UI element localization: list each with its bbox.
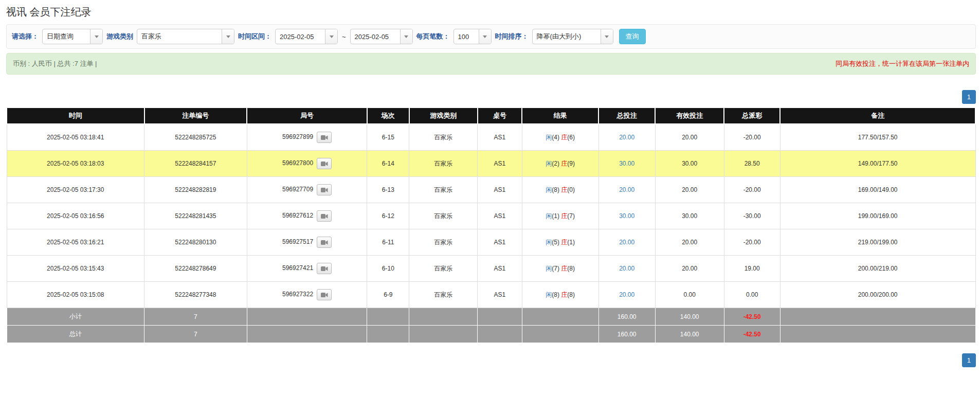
total-bet-link[interactable]: 20.00 (619, 265, 634, 272)
total-row: 总计 7 160.00 140.00 -42.50 (7, 326, 975, 343)
date-to-select[interactable]: 2025-02-05 (350, 29, 413, 44)
video-replay-icon (321, 292, 328, 298)
cell-payout: -20.00 (724, 124, 780, 151)
result-banker-score: (7) (567, 212, 575, 220)
cell-table-no: AS1 (478, 229, 522, 256)
total-bet-link[interactable]: 30.00 (619, 160, 634, 167)
result-banker-score: (9) (567, 160, 575, 167)
sort-select[interactable]: 降幂(由大到小) (532, 29, 613, 44)
filter-bar: 请选择： 日期查询 游戏类别 百家乐 时间区间： 2025-02-05 ~ 20… (6, 24, 976, 49)
result-banker-score: (6) (567, 134, 575, 141)
cell-round-id: 596927800 (247, 151, 367, 177)
total-bet-link[interactable]: 30.00 (619, 212, 634, 220)
header-round-id: 局号 (247, 107, 367, 124)
page-1-button[interactable]: 1 (962, 90, 976, 104)
table-row: 2025-02-05 03:17:30 522248282819 5969277… (7, 177, 975, 203)
cell-valid-bet: 20.00 (655, 177, 724, 203)
header-bet-id: 注单编号 (144, 107, 247, 124)
header-valid-bet: 有效投注 (655, 107, 724, 124)
result-player: 闲 (546, 186, 552, 193)
query-type-select[interactable]: 日期查询 (42, 29, 103, 44)
cell-time: 2025-02-05 03:15:08 (7, 282, 144, 308)
search-button[interactable]: 查询 (619, 29, 646, 44)
cell-table-no: AS1 (478, 282, 522, 308)
total-valid-bet: 140.00 (655, 326, 724, 343)
query-type-label: 请选择： (12, 32, 39, 41)
summary-note: 同局有效投注，统一计算在该局第一张注单内 (836, 59, 969, 68)
cell-time: 2025-02-05 03:16:56 (7, 203, 144, 229)
replay-button[interactable] (317, 263, 332, 274)
cell-time: 2025-02-05 03:18:41 (7, 124, 144, 151)
result-banker-score: (0) (567, 186, 575, 193)
total-bet-link[interactable]: 20.00 (619, 291, 634, 298)
cell-valid-bet: 20.00 (655, 124, 724, 151)
replay-button[interactable] (317, 184, 332, 195)
summary-bar: 币别 : 人民币 | 总共 :7 注单 | 同局有效投注，统一计算在该局第一张注… (6, 53, 976, 75)
total-payout: -42.50 (724, 326, 780, 343)
cell-total-bet: 20.00 (598, 282, 655, 308)
cell-valid-bet: 0.00 (655, 282, 724, 308)
cell-time: 2025-02-05 03:17:30 (7, 177, 144, 203)
total-bet-link[interactable]: 20.00 (619, 186, 634, 193)
replay-button[interactable] (317, 289, 332, 300)
cell-table-no: AS1 (478, 124, 522, 151)
subtotal-row: 小计 7 160.00 140.00 -42.50 (7, 308, 975, 326)
cell-result: 闲(5) 庄(1) (522, 229, 598, 256)
result-player: 闲 (546, 265, 552, 272)
cell-bet-id: 522248277348 (144, 282, 247, 308)
cell-session: 6-11 (367, 229, 409, 256)
game-type-select[interactable]: 百家乐 (137, 29, 234, 44)
round-id: 596927899 (282, 133, 313, 140)
page-1-button[interactable]: 1 (962, 353, 976, 367)
result-banker: 庄 (561, 265, 567, 272)
cell-result: 闲(1) 庄(7) (522, 203, 598, 229)
video-replay-icon (321, 135, 328, 140)
sort-value: 降幂(由大到小) (533, 32, 601, 41)
result-player: 闲 (546, 134, 552, 141)
video-replay-icon (321, 187, 328, 193)
pagination-top: 1 (6, 90, 976, 104)
cell-session: 6-9 (367, 282, 409, 308)
table-row: 2025-02-05 03:18:03 522248284157 5969278… (7, 151, 975, 177)
cell-time: 2025-02-05 03:18:03 (7, 151, 144, 177)
replay-button[interactable] (317, 158, 332, 169)
date-from-value: 2025-02-05 (276, 33, 325, 41)
round-id: 596927709 (282, 186, 313, 193)
total-bet-link[interactable]: 20.00 (619, 134, 634, 141)
chevron-down-icon (601, 29, 613, 44)
header-total-bet: 总投注 (598, 107, 655, 124)
query-type-value: 日期查询 (43, 32, 90, 41)
cell-game: 百家乐 (409, 151, 478, 177)
pagination-bottom: 1 (6, 353, 976, 367)
date-from-select[interactable]: 2025-02-05 (275, 29, 338, 44)
date-to-value: 2025-02-05 (351, 33, 400, 41)
result-banker: 庄 (561, 134, 567, 141)
cell-round-id: 596927899 (247, 124, 367, 151)
replay-button[interactable] (317, 132, 332, 143)
cell-round-id: 596927421 (247, 256, 367, 282)
cell-remark: 149.00/177.50 (780, 151, 975, 177)
cell-total-bet: 20.00 (598, 177, 655, 203)
chevron-down-icon (479, 29, 491, 44)
chevron-down-icon (90, 29, 102, 44)
chevron-down-icon (222, 29, 234, 44)
cell-round-id: 596927322 (247, 282, 367, 308)
cell-payout: -30.00 (724, 203, 780, 229)
chevron-down-icon (325, 29, 337, 44)
game-type-value: 百家乐 (137, 32, 222, 41)
result-banker: 庄 (561, 291, 567, 298)
cell-table-no: AS1 (478, 256, 522, 282)
video-replay-icon (321, 213, 328, 219)
per-page-select[interactable]: 100 (453, 29, 492, 44)
cell-valid-bet: 30.00 (655, 203, 724, 229)
cell-table-no: AS1 (478, 151, 522, 177)
cell-total-bet: 20.00 (598, 229, 655, 256)
cell-table-no: AS1 (478, 177, 522, 203)
page-title: 视讯 会员下注纪录 (6, 5, 976, 19)
table-row: 2025-02-05 03:15:08 522248277348 5969273… (7, 282, 975, 308)
total-bet-link[interactable]: 20.00 (619, 239, 634, 246)
replay-button[interactable] (317, 237, 332, 248)
replay-button[interactable] (317, 210, 332, 222)
result-player-score: (4) (552, 134, 559, 141)
result-player: 闲 (546, 160, 552, 167)
